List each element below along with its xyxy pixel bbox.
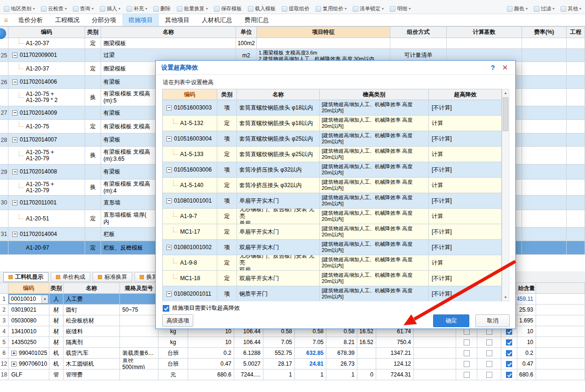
checkbox-checked-icon[interactable] (506, 361, 512, 367)
expand-icon[interactable]: + (11, 351, 16, 356)
toolbar-item-4[interactable]: 插入▾ (100, 5, 120, 12)
collapse-icon[interactable]: − (12, 169, 17, 174)
detail-tab-2[interactable]: 单价构成 (51, 272, 90, 282)
toolbar-item-14[interactable]: 颜色▾ (507, 5, 528, 12)
tab-5[interactable]: 其他项目 (159, 14, 196, 26)
cell-superhigh-effect[interactable]: 计算 (429, 178, 501, 193)
collapse-icon[interactable]: − (166, 198, 172, 204)
dialog-table-row[interactable]: A1-5-132定套筒直螺纹钢筋接头 φ18以内[建筑物超高增加人工、机械降效率… (163, 116, 501, 131)
scroll-down-icon[interactable]: ▼ (502, 294, 509, 301)
collapse-icon[interactable]: − (166, 105, 172, 110)
collapse-icon[interactable]: − (12, 79, 17, 85)
cell-superhigh-effect[interactable]: [不计算] (429, 100, 501, 115)
cell-superhigh-effect[interactable]: 计算 (429, 147, 501, 162)
checkbox-unchecked-icon[interactable] (486, 350, 492, 356)
toolbar-item-5[interactable]: 补充▾ (126, 5, 147, 12)
cell-superhigh-effect[interactable]: 计算 (429, 209, 501, 224)
dialog-table-row[interactable]: A1-9-8定无纱镶板门、胶合板门安装 无亮 双扇[建筑物超高增加人工、机械降效… (163, 255, 501, 271)
collapse-icon[interactable]: − (166, 245, 172, 250)
dialog-table-row[interactable]: A1-5-140定套筒冷挤压接头 φ32以内[建筑物超高增加人工、机械降效率 高… (163, 178, 501, 193)
dialog-table-row[interactable]: MC1-17定单扇平开实木门[建筑物超高增加人工、机械降效率 高度 20m以内]… (163, 224, 501, 240)
checkbox-unchecked-icon[interactable] (464, 350, 470, 356)
checkbox-unchecked-icon[interactable] (486, 372, 492, 378)
scrollbar-thumb[interactable] (503, 97, 508, 131)
expand-icon[interactable]: + (11, 361, 16, 367)
toolbar-item-3[interactable]: 查询▾ (73, 5, 94, 12)
checkbox-unchecked-icon[interactable] (486, 329, 492, 335)
scroll-up-icon[interactable]: ▲ (502, 89, 509, 96)
cell-superhigh-effect[interactable]: [不计算] (429, 193, 501, 208)
toolbar-item-13[interactable]: 明细▾ (390, 5, 411, 12)
cell-superhigh-effect[interactable]: [不计算] (429, 224, 501, 239)
dialog-table-row[interactable]: −010516003003项套筒直螺纹钢筋接头 φ18以内[建筑物超高增加人工、… (163, 100, 501, 116)
resource-row[interactable]: 6+990401025机载货汽车装载质量6…台班0.26.1288552.756… (0, 348, 585, 359)
checkbox-unchecked-icon[interactable] (486, 339, 492, 345)
cell-superhigh-effect[interactable]: 计算 (429, 255, 501, 270)
cell-superhigh-effect[interactable]: [不计算] (429, 240, 501, 255)
toolbar-item-1[interactable]: 地区类别▾ (4, 5, 35, 12)
toolbar-item-12[interactable]: 清单锁定▾ (353, 5, 384, 12)
dialog-table-row[interactable]: −010801001001项单扇平开实木门[建筑物超高增加人工、机械降效率 高度… (163, 193, 501, 209)
collapse-icon[interactable]: − (12, 110, 17, 116)
cell-superhigh-effect[interactable]: [不计算] (429, 131, 501, 146)
checkbox-checked-icon[interactable] (506, 350, 512, 356)
checkbox-unchecked-icon[interactable] (464, 329, 470, 335)
toolbar-item-9[interactable]: 载入模板 (248, 5, 276, 12)
resource-row[interactable]: 514350250材隔离剂kg10106.447.057.058.2116.52… (0, 337, 585, 348)
collapse-icon[interactable]: − (12, 137, 17, 142)
checkbox-checked-icon[interactable] (506, 329, 512, 335)
checkbox-unchecked-icon[interactable] (464, 372, 470, 378)
checkbox-unchecked-icon[interactable] (464, 339, 470, 345)
dialog-table-row[interactable]: −010801001002项双扇平开实木门[建筑物超高增加人工、机械降效率 高度… (163, 240, 501, 255)
advanced-options-button[interactable]: 高级选项 (162, 314, 193, 327)
detail-tab-3[interactable]: 标准换算 (93, 272, 132, 282)
dialog-table-row[interactable]: −010802001011项钢质平开门[建筑物超高增加人工、机械降效率 高度 2… (163, 286, 501, 301)
cell-superhigh-effect[interactable]: 计算 (429, 116, 501, 131)
toolbar-item-10[interactable]: 提取组价 (282, 5, 309, 12)
collapse-icon[interactable]: − (166, 136, 172, 141)
cell-superhigh-effect[interactable]: [不计算] (429, 162, 501, 177)
dialog-table-row[interactable]: A1-9-7定无纱镶板门、胶合板门安装 无亮 单扇[建筑物超高增加人工、机械降效… (163, 209, 501, 224)
toolbar-item-6[interactable]: 删除 (153, 5, 171, 12)
collapse-icon[interactable]: − (12, 53, 17, 58)
checkbox-unchecked-icon[interactable] (464, 361, 470, 367)
collapse-icon[interactable]: − (166, 291, 172, 297)
dialog-table-row[interactable]: MC1-18定双扇平开实木门[建筑物超高增加人工、机械降效率 高度 20m以内]… (163, 271, 501, 286)
tab-7[interactable]: 费用汇总 (238, 14, 275, 26)
toolbar-item-15[interactable]: 过滤▾ (534, 5, 554, 12)
tab-2[interactable]: 工程概况 (49, 14, 86, 26)
cancel-button[interactable]: 取消 (475, 314, 510, 327)
checkbox-checked-icon[interactable] (163, 305, 169, 312)
main-table-row[interactable]: A1-20-37定圈梁模板100m2 (0, 38, 585, 49)
code-combobox[interactable]: 00010010▼ (9, 295, 48, 304)
toolbar-item-2[interactable]: 云检查▾ (41, 5, 67, 12)
tab-4[interactable]: 措施项目 (122, 14, 159, 26)
toolbar-item-16[interactable]: 其他▾ (561, 5, 581, 12)
checkbox-unchecked-icon[interactable] (486, 361, 492, 367)
resource-row[interactable]: 18GLF管管理费元680.67244.…11107244.31680.6 (0, 369, 585, 380)
cell-superhigh-effect[interactable]: [不计算] (429, 286, 501, 301)
collapse-icon[interactable]: − (12, 200, 17, 205)
toolbar-item-8[interactable]: 保存模板 (214, 5, 242, 12)
help-icon[interactable]: ? (488, 64, 498, 71)
toolbar-item-7[interactable]: 批量换算▾ (177, 5, 208, 12)
collapse-icon[interactable]: − (166, 167, 172, 172)
dialog-table-row[interactable]: −010516003006项套筒冷挤压接头 φ32以内[建筑物超高增加人工、机械… (163, 162, 501, 178)
tab-6[interactable]: 人材机汇总 (196, 14, 238, 26)
combo-dropdown-icon[interactable]: ▼ (41, 295, 48, 303)
close-icon[interactable]: ✕ (500, 63, 510, 72)
tab-3[interactable]: 分部分项 (86, 14, 122, 26)
collapse-icon[interactable]: − (12, 232, 17, 237)
ok-button[interactable]: 确定 (433, 314, 469, 327)
dialog-table-row[interactable]: A1-5-133定套筒直螺纹钢筋接头 φ25以内[建筑物超高增加人工、机械降效率… (163, 147, 501, 162)
cell-superhigh-effect[interactable]: [不计算] (429, 271, 501, 286)
scrollbar[interactable]: ▲ ▼ (502, 89, 509, 301)
detail-tab-1[interactable]: 工料机显示 (3, 272, 48, 282)
checkbox-checked-icon[interactable] (506, 372, 512, 378)
measure-superhigh-checkbox-row[interactable]: 措施项目需要计取超高降效 (163, 304, 240, 312)
dialog-table-row[interactable]: −010516003004项套筒直螺纹钢筋接头 φ25以内[建筑物超高增加人工、… (163, 131, 501, 147)
checkbox-checked-icon[interactable] (506, 339, 512, 345)
tab-1[interactable]: 造价分析 (12, 14, 49, 26)
resource-row[interactable]: 12+990706010机木工圆锯机直径500(mm)台班0.475.00272… (0, 359, 585, 369)
toolbar-item-11[interactable]: 复用组价▾ (316, 5, 347, 12)
